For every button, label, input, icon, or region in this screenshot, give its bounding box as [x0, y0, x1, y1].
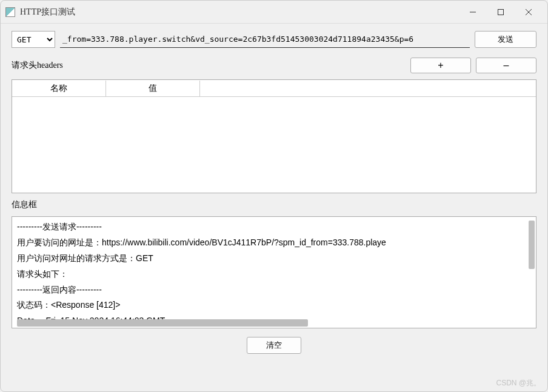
info-line: 用户要访问的网址是：https://www.bilibili.com/video… — [17, 235, 531, 251]
titlebar: HTTP接口测试 — [1, 1, 547, 24]
content-area: GET 发送 请求头headers + – 名称 值 信息框 ---------… — [1, 24, 547, 391]
info-line: ---------返回内容--------- — [17, 282, 531, 298]
url-row: GET 发送 — [12, 31, 536, 48]
info-box[interactable]: ---------发送请求--------- 用户要访问的网址是：https:/… — [12, 216, 536, 328]
info-line: ---------发送请求--------- — [17, 219, 531, 235]
close-button[interactable] — [515, 2, 543, 22]
column-header-value[interactable]: 值 — [106, 81, 200, 96]
info-content: ---------发送请求--------- 用户要访问的网址是：https:/… — [17, 219, 531, 328]
add-header-button[interactable]: + — [410, 58, 471, 73]
info-line: 状态码：<Response [412]> — [17, 297, 531, 313]
url-input[interactable] — [60, 31, 470, 48]
app-icon — [5, 7, 15, 17]
table-header-row: 名称 值 — [12, 80, 536, 97]
info-label: 信息框 — [12, 199, 536, 210]
clear-button[interactable]: 清空 — [247, 337, 301, 354]
headers-row: 请求头headers + – — [12, 58, 536, 73]
info-line: 请求头如下： — [17, 267, 531, 282]
info-line: 用户访问对网址的请求方式是：GET — [17, 251, 531, 267]
send-button[interactable]: 发送 — [475, 31, 536, 48]
maximize-button[interactable] — [487, 2, 515, 22]
method-select[interactable]: GET — [12, 31, 55, 48]
headers-table[interactable]: 名称 值 — [12, 79, 536, 193]
maximize-icon — [497, 8, 504, 16]
window-title: HTTP接口测试 — [20, 7, 459, 18]
close-icon — [525, 8, 532, 16]
minimize-button[interactable] — [459, 2, 487, 22]
horizontal-scrollbar[interactable] — [17, 319, 308, 327]
column-header-name[interactable]: 名称 — [12, 81, 106, 96]
minimize-icon — [469, 8, 476, 16]
svg-rect-1 — [498, 9, 504, 15]
app-window: HTTP接口测试 GET 发送 请求头headers + – — [0, 0, 548, 392]
clear-row: 清空 — [12, 334, 536, 354]
vertical-scrollbar[interactable] — [529, 221, 535, 269]
remove-header-button[interactable]: – — [476, 58, 536, 73]
headers-label: 请求头headers — [12, 60, 406, 71]
window-controls — [459, 2, 543, 22]
